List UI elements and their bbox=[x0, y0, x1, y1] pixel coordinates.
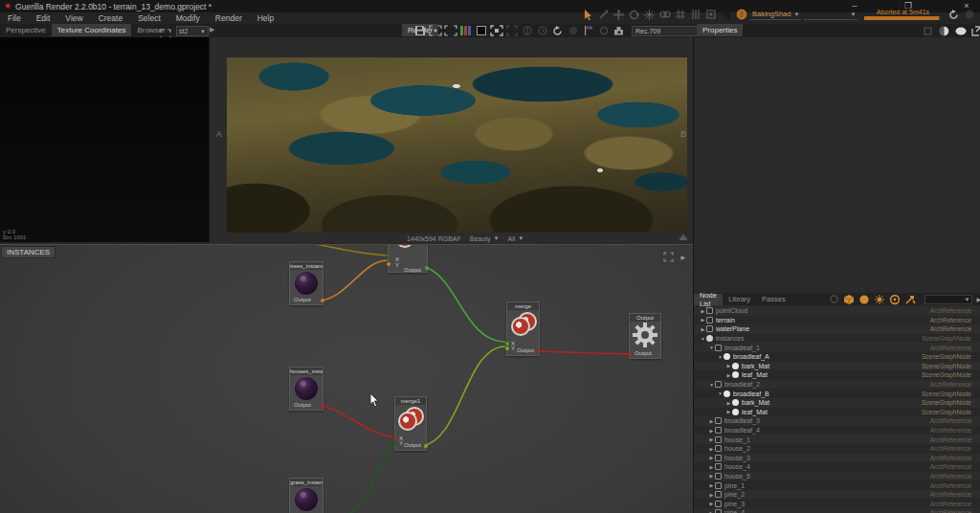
node-graph-panel[interactable]: X Y Output trees_instance Output houses_… bbox=[0, 244, 693, 513]
rotate-tool-icon[interactable] bbox=[628, 9, 640, 20]
crop-icon[interactable] bbox=[444, 25, 457, 36]
flag-icon[interactable] bbox=[582, 25, 594, 36]
tree-expand-arrow-icon[interactable]: ▶ bbox=[700, 317, 706, 323]
tree-expand-arrow-icon[interactable]: ▶ bbox=[725, 409, 732, 414]
tree-expand-arrow-icon[interactable]: ▶ bbox=[708, 492, 715, 498]
tree-row-broadleaf_3[interactable]: ▶broadleaf_3ArchReference bbox=[694, 416, 980, 426]
output-port-dot[interactable] bbox=[321, 299, 324, 302]
output-port-dot[interactable] bbox=[425, 266, 429, 270]
input-port-dot[interactable] bbox=[387, 262, 390, 266]
tools-filter-icon[interactable] bbox=[904, 294, 917, 305]
tree-expand-arrow-icon[interactable]: ▶ bbox=[708, 436, 715, 442]
handles-icon[interactable] bbox=[704, 9, 717, 20]
tree-expand-arrow-icon[interactable]: ▶ bbox=[708, 482, 715, 488]
refresh-image-icon[interactable] bbox=[551, 25, 564, 36]
tree-row-broadleaf_4[interactable]: ▶broadleaf_4ArchReference bbox=[694, 426, 980, 435]
tree-row-leaf_Mat[interactable]: ▶leaf_MatSceneGraphNode bbox=[694, 370, 980, 380]
nodelist-filter-dropdown[interactable]: ▼ bbox=[924, 295, 973, 304]
tree-expand-arrow-icon[interactable]: ▶ bbox=[708, 446, 715, 452]
tree-row-bark_Mat[interactable]: ▶bark_MatSceneGraphNode bbox=[694, 362, 980, 371]
tab-instances[interactable]: INSTANCES bbox=[1, 246, 56, 258]
solid-sphere-icon[interactable] bbox=[954, 25, 967, 36]
menu-modify[interactable]: Modify bbox=[168, 12, 208, 24]
tree-expand-arrow-icon[interactable]: ▶ bbox=[708, 464, 715, 470]
compare-icon[interactable] bbox=[521, 25, 533, 36]
pen-tool-icon[interactable] bbox=[597, 9, 610, 20]
input-port-dot[interactable] bbox=[628, 352, 632, 356]
menu-file[interactable]: File bbox=[0, 12, 29, 24]
geometry-filter-icon[interactable] bbox=[843, 294, 856, 305]
tree-row-broadleaf_1[interactable]: ▼broadleaf_1ArchReference bbox=[694, 343, 980, 352]
graph-menu-arrow-icon[interactable]: ▶ bbox=[680, 254, 685, 260]
viewport-tabs-overflow-arrow[interactable]: ▶ bbox=[210, 26, 214, 33]
shaded-sphere-icon[interactable] bbox=[938, 25, 950, 36]
rendered-terrain-image[interactable] bbox=[227, 57, 687, 233]
input-port-dot-y[interactable] bbox=[505, 346, 509, 350]
tree-row-waterPlane[interactable]: ▶waterPlaneArchReference bbox=[694, 324, 980, 334]
tree-row-house_3[interactable]: ▶house_3ArchReference bbox=[694, 454, 980, 463]
background-color-icon[interactable] bbox=[475, 25, 487, 36]
render-channel-dropdown[interactable]: All▼ bbox=[508, 235, 524, 242]
tree-expand-arrow-icon[interactable]: ▶ bbox=[708, 418, 715, 424]
tree-expand-arrow-icon[interactable]: ▶ bbox=[725, 372, 732, 378]
output-port-dot[interactable] bbox=[321, 404, 324, 408]
tree-row-broadleaf_B[interactable]: ▼broadleaf_BSceneGraphNode bbox=[694, 389, 980, 398]
snap-icon[interactable] bbox=[658, 9, 671, 20]
input-port-dot-y[interactable] bbox=[393, 441, 397, 445]
select-tool-icon[interactable] bbox=[582, 9, 594, 20]
history-icon[interactable] bbox=[536, 25, 548, 36]
tree-row-leaf_Mat[interactable]: ▶leaf_MatSceneGraphNode bbox=[694, 408, 980, 417]
tree-row-pine_3[interactable]: ▶pine_3ArchReference bbox=[694, 499, 980, 508]
play-reverse-icon[interactable] bbox=[720, 9, 732, 20]
resize-grip-icon[interactable] bbox=[679, 234, 687, 241]
menu-help[interactable]: Help bbox=[250, 12, 281, 24]
refresh-render-icon[interactable] bbox=[947, 9, 960, 20]
tree-row-broadleaf_2[interactable]: ▼broadleaf_2ArchReference bbox=[694, 380, 980, 390]
world-icon[interactable] bbox=[735, 9, 747, 20]
tab-properties[interactable]: Properties bbox=[697, 24, 743, 36]
light-filter-icon[interactable] bbox=[874, 294, 886, 305]
move-tool-icon[interactable] bbox=[612, 9, 625, 20]
tree-expand-arrow-icon[interactable]: ▶ bbox=[725, 363, 732, 368]
tree-row-pine_2[interactable]: ▶pine_2ArchReference bbox=[694, 490, 980, 500]
compare-marker-b[interactable]: B bbox=[680, 129, 686, 139]
tree-expand-arrow-icon[interactable]: ▶ bbox=[725, 400, 732, 406]
stop-render-icon[interactable] bbox=[963, 9, 975, 20]
tree-expand-arrow-icon[interactable]: ▶ bbox=[700, 326, 706, 332]
pop-out-icon[interactable] bbox=[970, 25, 980, 36]
node-merge[interactable]: merge X Y Output bbox=[506, 301, 540, 356]
tree-expand-arrow-icon[interactable]: ▼ bbox=[717, 354, 724, 360]
tree-row-pointCloud[interactable]: ▶pointCloudArchReference bbox=[694, 306, 980, 316]
pin-icon[interactable] bbox=[922, 25, 934, 36]
input-port-dot-x[interactable] bbox=[393, 436, 397, 440]
prev-image-icon[interactable] bbox=[505, 25, 518, 36]
save-image-icon[interactable] bbox=[413, 25, 426, 36]
input-port-dot-x[interactable] bbox=[505, 342, 509, 346]
uvset-dropdown[interactable]: st2▼ bbox=[176, 26, 209, 36]
node-houses-instance[interactable]: houses_instance Output bbox=[289, 367, 323, 411]
menu-view[interactable]: View bbox=[57, 12, 90, 24]
axis-constraint-icon[interactable] bbox=[689, 9, 702, 20]
ghost-filter-icon[interactable] bbox=[828, 294, 840, 305]
pause-icon[interactable] bbox=[567, 25, 579, 36]
expand-view-icon[interactable] bbox=[490, 25, 502, 36]
menu-select[interactable]: Select bbox=[130, 12, 168, 24]
compare-marker-a[interactable]: A bbox=[216, 129, 222, 139]
tree-row-broadleaf_A[interactable]: ▼broadleaf_ASceneGraphNode bbox=[694, 352, 980, 362]
render-settings-filter-icon[interactable] bbox=[889, 294, 902, 305]
tree-expand-arrow-icon[interactable]: ▼ bbox=[708, 382, 715, 388]
tree-row-house_5[interactable]: ▶house_5ArchReference bbox=[694, 472, 980, 481]
channels-icon[interactable] bbox=[459, 25, 472, 36]
tree-row-bark_Mat[interactable]: ▶bark_MatSceneGraphNode bbox=[694, 398, 980, 408]
menu-create[interactable]: Create bbox=[91, 12, 131, 24]
tab-passes[interactable]: Passes bbox=[756, 294, 791, 305]
tree-row-house_1[interactable]: ▶house_1ArchReference bbox=[694, 435, 980, 444]
snapshot-icon[interactable] bbox=[612, 25, 625, 36]
tree-expand-arrow-icon[interactable]: ▶ bbox=[708, 501, 715, 506]
output-port-dot[interactable] bbox=[537, 349, 541, 353]
tree-row-house_2[interactable]: ▶house_2ArchReference bbox=[694, 444, 980, 454]
tree-expand-arrow-icon[interactable]: ▶ bbox=[708, 455, 715, 460]
tree-expand-arrow-icon[interactable]: ▶ bbox=[708, 473, 715, 479]
tab-perspective[interactable]: Perspective bbox=[0, 24, 52, 36]
tree-expand-arrow-icon[interactable]: ▼ bbox=[708, 345, 715, 350]
